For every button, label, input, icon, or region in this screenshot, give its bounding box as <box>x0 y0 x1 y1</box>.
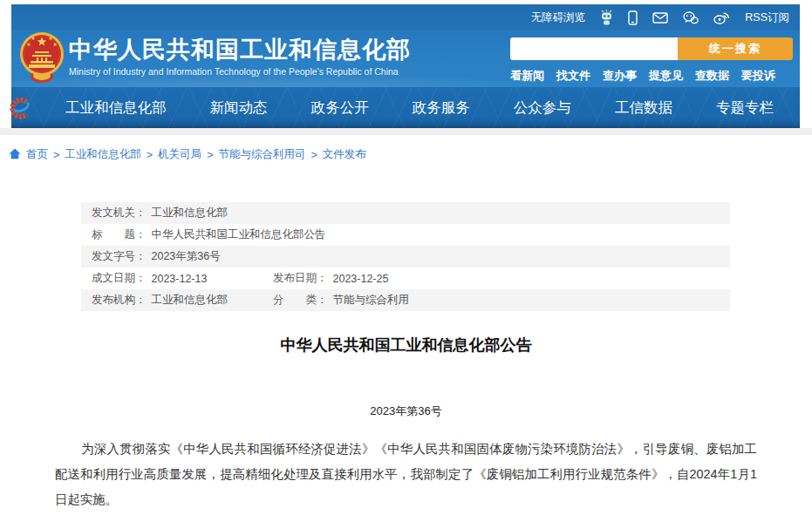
nav-item-miit[interactable]: 工业和信息化部 <box>65 98 167 118</box>
mascot-icon[interactable] <box>600 10 613 25</box>
weibo-icon[interactable] <box>713 10 730 24</box>
meta-publish-date: 发布日期： 2023-12-25 <box>273 271 388 286</box>
home-icon <box>9 148 21 162</box>
breadcrumb: 首页 > 工业和信息化部 > 机关司局 > 节能与综合利用司 > 文件发布 <box>9 147 366 162</box>
crumb-separator: > <box>147 149 153 161</box>
crumb-energy-conservation-dept[interactable]: 节能与综合利用司 <box>218 147 305 162</box>
document-meta-table: 发文机关： 工业和信息化部 标 题： 中华人民共和国工业和信息化部公告 发文字号… <box>81 202 730 311</box>
header-divider <box>0 128 812 135</box>
quick-links: 看新闻 找文件 查办事 提意见 查数据 要投诉 <box>510 68 793 84</box>
crumb-separator: > <box>53 149 59 161</box>
meta-publishing-org: 发布机构： 工业和信息化部 <box>92 293 273 308</box>
quick-link-complaint[interactable]: 要投诉 <box>741 68 775 84</box>
nav-item-gov-disclosure[interactable]: 政务公开 <box>311 98 369 118</box>
meta-written-date: 成文日期： 2023-12-13 <box>92 271 273 286</box>
quick-link-feedback[interactable]: 提意见 <box>649 68 683 84</box>
announcement-title: 中华人民共和国工业和信息化部公告 <box>55 335 757 356</box>
site-subtitle: Ministry of Industry and Information Tec… <box>69 66 411 77</box>
accessibility-link[interactable]: 无障碍浏览 <box>531 10 586 25</box>
meta-title: 标 题： 中华人民共和国工业和信息化部公告 <box>92 227 326 242</box>
table-row: 发布机构： 工业和信息化部 分 类： 节能与综合利用 <box>81 289 730 311</box>
quick-link-services[interactable]: 查办事 <box>603 68 637 84</box>
table-row: 发文字号： 2023年第36号 <box>81 246 730 268</box>
announcement-paragraph: 为深入贯彻落实《中华人民共和国循环经济促进法》《中华人民共和国固体废物污染环境防… <box>55 437 757 512</box>
meta-doc-number: 发文字号： 2023年第36号 <box>92 249 221 264</box>
nav-item-miit-data[interactable]: 工信数据 <box>615 98 672 118</box>
crumb-document-release[interactable]: 文件发布 <box>323 147 366 162</box>
crumb-departments[interactable]: 机关司局 <box>158 147 201 162</box>
crumb-separator: > <box>207 149 213 161</box>
quick-link-data[interactable]: 查数据 <box>695 68 729 84</box>
unified-search-button[interactable]: 统一搜索 <box>678 37 793 60</box>
mobile-icon[interactable] <box>628 10 638 25</box>
masthead: 中华人民共和国工业和信息化部 Ministry of Industry and … <box>11 30 800 87</box>
main-nav: 工业和信息化部 新闻动态 政务公开 政务服务 公众参与 工信数据 专题专栏 <box>11 87 800 128</box>
quick-link-files[interactable]: 找文件 <box>556 68 590 84</box>
nav-item-special-columns[interactable]: 专题专栏 <box>716 98 774 118</box>
crumb-home[interactable]: 首页 <box>26 147 48 162</box>
meta-issuing-authority: 发文机关： 工业和信息化部 <box>92 206 228 220</box>
wechat-icon[interactable] <box>683 11 699 24</box>
announcement-number: 2023年第36号 <box>55 403 757 419</box>
table-row: 发文机关： 工业和信息化部 <box>81 202 730 224</box>
quick-link-news[interactable]: 看新闻 <box>510 68 544 84</box>
table-row: 成文日期： 2023-12-13 发布日期： 2023-12-25 <box>81 268 730 289</box>
unified-search-input[interactable] <box>510 37 678 60</box>
meta-category: 分 类： 节能与综合利用 <box>273 293 409 308</box>
nav-item-news[interactable]: 新闻动态 <box>210 98 268 118</box>
crumb-miit[interactable]: 工业和信息化部 <box>65 147 141 162</box>
nav-item-gov-services[interactable]: 政务服务 <box>413 98 470 118</box>
table-row: 标 题： 中华人民共和国工业和信息化部公告 <box>81 224 730 246</box>
site-header: 无障碍浏览 <box>11 4 800 128</box>
site-title: 中华人民共和国工业和信息化部 <box>69 37 411 63</box>
mail-icon[interactable] <box>652 12 668 24</box>
national-emblem-icon <box>19 30 65 88</box>
search-zone: 统一搜索 看新闻 找文件 查办事 提意见 查数据 要投诉 <box>510 37 793 84</box>
rss-link[interactable]: RSS订阅 <box>745 10 789 25</box>
nav-item-public-participation[interactable]: 公众参与 <box>514 98 571 118</box>
crumb-separator: > <box>310 149 317 161</box>
utility-topbar: 无障碍浏览 <box>11 4 800 30</box>
miit-c-logo-icon <box>7 94 35 125</box>
